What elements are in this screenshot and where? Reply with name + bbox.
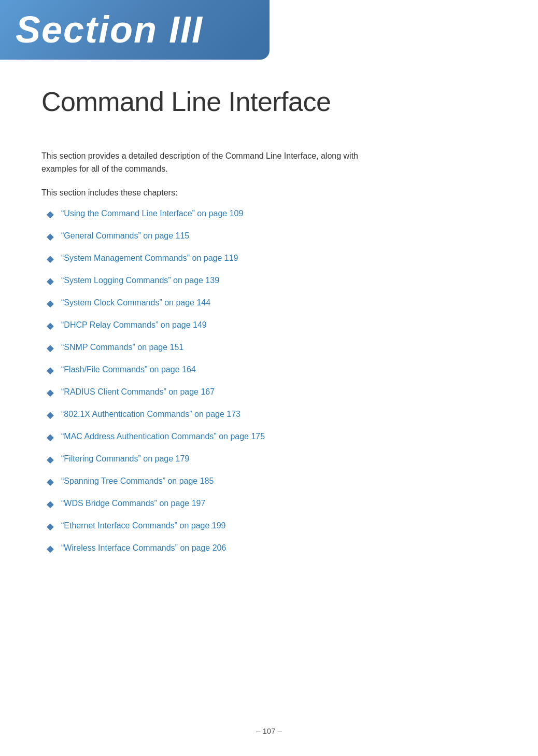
toc-link-4[interactable]: “System Clock Commands” on page 144 bbox=[61, 297, 210, 309]
diamond-bullet-icon: ◆ bbox=[47, 543, 54, 554]
diamond-bullet-icon: ◆ bbox=[47, 454, 54, 465]
toc-link-12[interactable]: “Spanning Tree Commands” on page 185 bbox=[61, 475, 214, 487]
toc-item: ◆“Flash/File Commands” on page 164 bbox=[41, 364, 497, 376]
toc-item: ◆“Filtering Commands” on page 179 bbox=[41, 453, 497, 465]
main-content: Command Line Interface This section prov… bbox=[0, 80, 538, 596]
page-footer: – 107 – bbox=[0, 726, 538, 735]
toc-list: ◆“Using the Command Line Interface” on p… bbox=[41, 208, 497, 554]
toc-link-2[interactable]: “System Management Commands” on page 119 bbox=[61, 253, 238, 264]
toc-link-10[interactable]: “MAC Address Authentication Commands” on… bbox=[61, 431, 265, 442]
diamond-bullet-icon: ◆ bbox=[47, 208, 54, 220]
diamond-bullet-icon: ◆ bbox=[47, 431, 54, 443]
diamond-bullet-icon: ◆ bbox=[47, 521, 54, 532]
toc-link-7[interactable]: “Flash/File Commands” on page 164 bbox=[61, 364, 196, 375]
toc-link-8[interactable]: “RADIUS Client Commands” on page 167 bbox=[61, 386, 215, 398]
section-includes-label: This section includes these chapters: bbox=[41, 188, 497, 198]
toc-item: ◆“System Management Commands” on page 11… bbox=[41, 253, 497, 264]
diamond-bullet-icon: ◆ bbox=[47, 275, 54, 287]
diamond-bullet-icon: ◆ bbox=[47, 365, 54, 376]
toc-link-11[interactable]: “Filtering Commands” on page 179 bbox=[61, 453, 189, 465]
diamond-bullet-icon: ◆ bbox=[47, 387, 54, 398]
toc-link-9[interactable]: “802.1X Authentication Commands” on page… bbox=[61, 409, 240, 420]
toc-link-6[interactable]: “SNMP Commands” on page 151 bbox=[61, 342, 183, 353]
section-banner-text: Section III bbox=[16, 9, 203, 50]
toc-link-1[interactable]: “General Commands” on page 115 bbox=[61, 230, 189, 242]
toc-item: ◆“DHCP Relay Commands” on page 149 bbox=[41, 319, 497, 331]
description-paragraph-1: This section provides a detailed descrip… bbox=[41, 149, 394, 176]
toc-item: ◆“Ethernet Interface Commands” on page 1… bbox=[41, 520, 497, 532]
toc-link-5[interactable]: “DHCP Relay Commands” on page 149 bbox=[61, 319, 207, 331]
diamond-bullet-icon: ◆ bbox=[47, 409, 54, 421]
diamond-bullet-icon: ◆ bbox=[47, 342, 54, 354]
toc-item: ◆“MAC Address Authentication Commands” o… bbox=[41, 431, 497, 443]
toc-item: ◆“Wireless Interface Commands” on page 2… bbox=[41, 542, 497, 554]
toc-item: ◆“Spanning Tree Commands” on page 185 bbox=[41, 475, 497, 487]
toc-item: ◆“System Clock Commands” on page 144 bbox=[41, 297, 497, 309]
toc-link-0[interactable]: “Using the Command Line Interface” on pa… bbox=[61, 208, 243, 219]
section-banner: Section III bbox=[0, 0, 270, 60]
toc-item: ◆“RADIUS Client Commands” on page 167 bbox=[41, 386, 497, 398]
diamond-bullet-icon: ◆ bbox=[47, 298, 54, 309]
toc-link-3[interactable]: “System Logging Commands” on page 139 bbox=[61, 275, 219, 286]
toc-item: ◆“System Logging Commands” on page 139 bbox=[41, 275, 497, 287]
toc-link-13[interactable]: “WDS Bridge Commands” on page 197 bbox=[61, 498, 205, 509]
diamond-bullet-icon: ◆ bbox=[47, 231, 54, 242]
diamond-bullet-icon: ◆ bbox=[47, 320, 54, 331]
toc-item: ◆“WDS Bridge Commands” on page 197 bbox=[41, 498, 497, 510]
toc-item: ◆“SNMP Commands” on page 151 bbox=[41, 342, 497, 354]
diamond-bullet-icon: ◆ bbox=[47, 498, 54, 510]
page-title: Command Line Interface bbox=[41, 86, 497, 118]
toc-link-15[interactable]: “Wireless Interface Commands” on page 20… bbox=[61, 542, 226, 554]
toc-link-14[interactable]: “Ethernet Interface Commands” on page 19… bbox=[61, 520, 226, 531]
diamond-bullet-icon: ◆ bbox=[47, 253, 54, 264]
diamond-bullet-icon: ◆ bbox=[47, 476, 54, 487]
toc-item: ◆“Using the Command Line Interface” on p… bbox=[41, 208, 497, 220]
toc-item: ◆“802.1X Authentication Commands” on pag… bbox=[41, 409, 497, 421]
toc-item: ◆“General Commands” on page 115 bbox=[41, 230, 497, 242]
